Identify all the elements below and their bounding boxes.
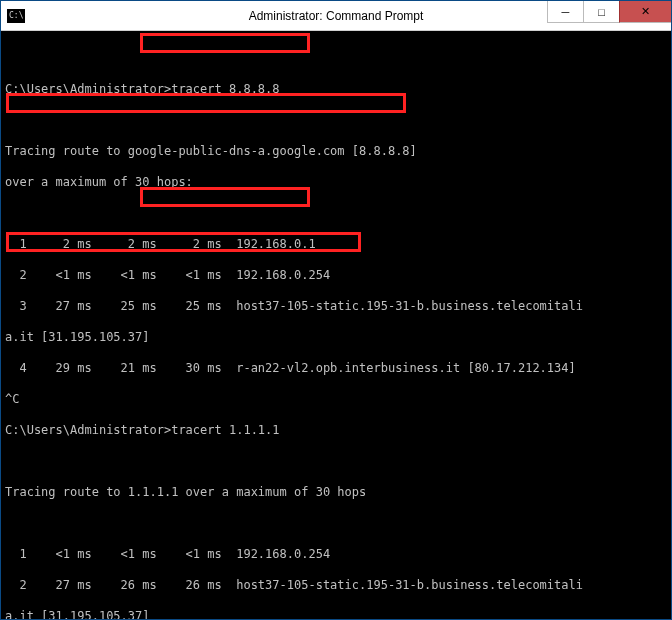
blank-line [5, 51, 669, 67]
cmd-icon[interactable]: C:\ [7, 9, 25, 23]
trace1-hop-4: 4 29 ms 21 ms 30 ms r-an22-vl2.opb.inter… [5, 361, 669, 377]
blank-line [5, 516, 669, 532]
trace2-header: Tracing route to 1.1.1.1 over a maximum … [5, 485, 669, 501]
titlebar[interactable]: C:\ Administrator: Command Prompt ─ □ ✕ [1, 1, 671, 31]
terminal-output[interactable]: C:\Users\Administrator>tracert 8.8.8.8 T… [1, 31, 671, 619]
trace2-hop-1: 1 <1 ms <1 ms <1 ms 192.168.0.254 [5, 547, 669, 563]
command-2: tracert 1.1.1.1 [171, 423, 279, 437]
trace1-hop-1: 1 2 ms 2 ms 2 ms 192.168.0.1 [5, 237, 669, 253]
close-button[interactable]: ✕ [619, 1, 671, 23]
ctrl-c-1: ^C [5, 392, 669, 408]
trace2-hop-2b: a.it [31.195.105.37] [5, 609, 669, 620]
blank-line [5, 206, 669, 222]
prompt-line-1: C:\Users\Administrator>tracert 8.8.8.8 [5, 82, 669, 98]
prompt-line-2: C:\Users\Administrator>tracert 1.1.1.1 [5, 423, 669, 439]
maximize-button[interactable]: □ [583, 1, 619, 23]
command-1: tracert 8.8.8.8 [171, 82, 279, 96]
trace2-hop-2a: 2 27 ms 26 ms 26 ms host37-105-static.19… [5, 578, 669, 594]
minimize-button[interactable]: ─ [547, 1, 583, 23]
command-prompt-window: C:\ Administrator: Command Prompt ─ □ ✕ … [0, 0, 672, 620]
trace1-header-2: over a maximum of 30 hops: [5, 175, 669, 191]
trace1-header-1: Tracing route to google-public-dns-a.goo… [5, 144, 669, 160]
blank-line [5, 454, 669, 470]
trace1-hop-2: 2 <1 ms <1 ms <1 ms 192.168.0.254 [5, 268, 669, 284]
window-controls: ─ □ ✕ [547, 1, 671, 23]
trace1-hop-3a: 3 27 ms 25 ms 25 ms host37-105-static.19… [5, 299, 669, 315]
blank-line [5, 113, 669, 129]
trace1-hop-3b: a.it [31.195.105.37] [5, 330, 669, 346]
